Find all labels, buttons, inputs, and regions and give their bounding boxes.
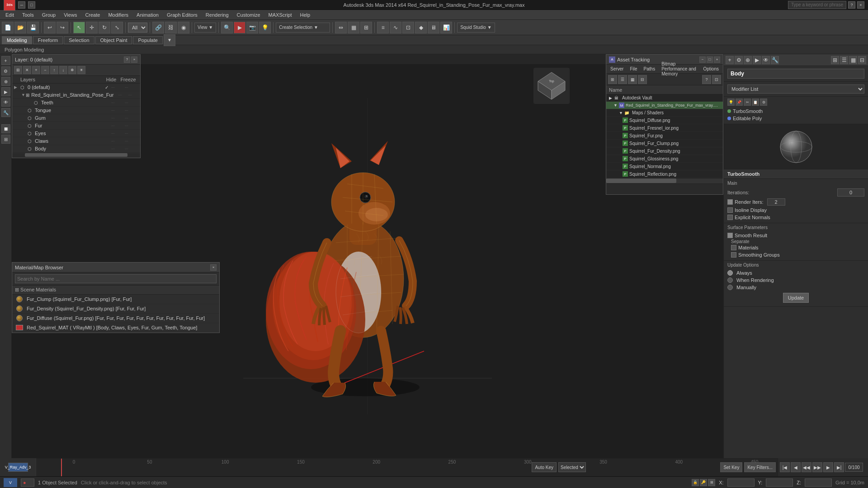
rp-modify-icon[interactable]: ⚙ [735, 56, 743, 64]
asset-tb-btn-2[interactable]: ☰ [618, 75, 627, 84]
coord-lock-1[interactable]: 🔒 [692, 479, 699, 486]
layers-close-btn[interactable]: × [131, 56, 137, 63]
new-button[interactable]: 📄 [2, 22, 14, 33]
array-btn[interactable]: ▦ [348, 22, 359, 33]
coord-lock-2[interactable]: 🔑 [700, 479, 707, 486]
render-frame-btn[interactable]: 📊 [440, 22, 452, 33]
bind-button[interactable]: ◉ [178, 22, 189, 33]
modifier-list-dropdown[interactable]: Modifier List [727, 84, 864, 94]
minimize-button[interactable]: ─ [18, 1, 25, 9]
modify-icon[interactable]: ⚙ [1, 66, 10, 75]
asset-normal-png[interactable]: P Squirrel_Normal.png [606, 163, 723, 170]
align-btn[interactable]: ⊞ [360, 22, 372, 33]
asset-restore-btn[interactable]: □ [707, 56, 713, 63]
unlink-button[interactable]: ⛓ [165, 22, 177, 33]
asset-reflection-png[interactable]: P Squirrel_Reflection.png [606, 170, 723, 178]
view-dropdown[interactable]: View ▼ [194, 23, 216, 33]
layers-add[interactable]: + [32, 66, 40, 74]
menu-graph-editors[interactable]: Graph Editors [163, 11, 201, 19]
layers-move-down[interactable]: ↓ [59, 66, 67, 74]
layer-eyes[interactable]: ⬡ Eyes ··· ··· [12, 130, 140, 137]
rp-hierarchy-icon[interactable]: ⊕ [744, 56, 752, 64]
squid-studio-dropdown[interactable]: Squid Studio ▼ [457, 23, 495, 33]
asset-fresnel-png[interactable]: P Squirrel_Fresnel_ior.png [606, 124, 723, 132]
material-fur-clump[interactable]: Fur_Clump (Squirrel_Fur_Clump.png) [Fur,… [12, 295, 219, 304]
mod-icon-c[interactable]: ✂ [744, 99, 751, 106]
asset-glossiness-png[interactable]: P Squirrel_Glossiness.png [606, 155, 723, 163]
undo-button[interactable]: ↩ [44, 22, 56, 33]
rp-motion-icon[interactable]: ▶ [753, 56, 761, 64]
tab-populate[interactable]: Populate [133, 36, 162, 44]
layer-0-default[interactable]: ▶ ⬡ 0 (default) ✓ ··· ··· [12, 84, 140, 91]
z-input[interactable] [805, 479, 832, 487]
menu-help[interactable]: Help [297, 11, 314, 19]
tab-modeling[interactable]: Modeling [2, 36, 32, 44]
render-iters-input[interactable] [767, 198, 785, 206]
prev-frame-btn[interactable]: ◀ [791, 462, 801, 472]
frame-counter[interactable]: 0/100 [845, 463, 863, 472]
modifier-turbosmooth[interactable]: TurboSmooth [727, 108, 864, 115]
layers-select-all[interactable]: ⊞ [14, 66, 22, 74]
asset-menu-options[interactable]: Options [701, 66, 721, 72]
mod-icon-e[interactable]: ⚙ [760, 99, 767, 106]
menu-tools[interactable]: Tools [19, 11, 38, 19]
render-iters-checkbox[interactable] [727, 199, 733, 205]
smoothing-groups-checkbox[interactable] [731, 252, 736, 258]
update-button[interactable]: Update [783, 293, 809, 303]
asset-close-btn[interactable]: × [714, 56, 720, 63]
menu-edit[interactable]: Edit [2, 11, 18, 19]
manually-radio[interactable] [727, 285, 733, 290]
timeline-playhead[interactable] [61, 459, 62, 476]
always-radio[interactable] [727, 270, 733, 276]
render-btn[interactable]: ▶ [234, 22, 245, 33]
menu-create[interactable]: Create [81, 11, 104, 19]
asset-diffuse-png[interactable]: P Squirrel_Diffuse.png [606, 117, 723, 124]
play-forward-btn[interactable]: ▶▶ [812, 462, 822, 472]
display-icon[interactable]: 👁 [1, 98, 10, 107]
asset-menu-bitmap[interactable]: Bitmap Performance and Memory [659, 61, 699, 77]
maximize-button[interactable]: □ [28, 1, 35, 9]
layers-help-btn[interactable]: ? [124, 56, 130, 63]
create-icon[interactable]: + [1, 56, 10, 65]
when-rendering-radio[interactable] [727, 277, 733, 283]
materials-checkbox[interactable] [731, 245, 736, 250]
layer-claws[interactable]: ⬡ Claws ··· ··· [12, 137, 140, 145]
rp-util-icon[interactable]: 🔧 [771, 56, 779, 64]
modifier-editable-poly[interactable]: Editable Poly [727, 115, 864, 122]
filter-dropdown[interactable]: All [128, 23, 147, 33]
y-input[interactable] [766, 479, 793, 487]
close-button[interactable]: × [857, 1, 864, 9]
auto-key-select[interactable]: Selected [558, 462, 586, 472]
menu-group[interactable]: Group [38, 11, 60, 19]
menu-views[interactable]: Views [60, 11, 80, 19]
menu-customize[interactable]: Customize [233, 11, 264, 19]
asset-minimize-btn[interactable]: − [699, 56, 706, 63]
layers-delete[interactable]: − [41, 66, 49, 74]
asset-fur-clump-png[interactable]: P Squirrel_Fur_Clump.png [606, 140, 723, 147]
menu-rendering[interactable]: Rendering [202, 11, 232, 19]
mirror-btn[interactable]: ⇔ [335, 22, 347, 33]
render-setup-btn[interactable]: 🖥 [428, 22, 439, 33]
layer-teeth[interactable]: ⬡ Teeth ··· ··· [12, 99, 140, 107]
material-fur-density[interactable]: Fur_Density (Squirrel_Fur_Density.png) [… [12, 304, 219, 314]
search-box[interactable]: Type a keyword or phrase [788, 1, 846, 9]
asset-menu-file[interactable]: File [627, 66, 639, 72]
tab-object-paint[interactable]: Object Paint [95, 36, 132, 44]
asset-tb-btn-1[interactable]: ⊞ [608, 75, 617, 84]
layers-move-up[interactable]: ↑ [50, 66, 58, 74]
material-redsquirrel-mat[interactable]: Red_Squirrel_MAT ( VRayMtl ) [Body, Claw… [12, 323, 219, 333]
tab-selection[interactable]: Selection [64, 36, 94, 44]
isoline-checkbox[interactable] [727, 207, 733, 213]
material-search-input[interactable] [15, 274, 217, 283]
asset-maps-folder[interactable]: ▼ 📁 Maps / Shaders [606, 109, 723, 117]
asset-fur-png[interactable]: P Squirrel_Fur.png [606, 132, 723, 140]
layers-scrollbar[interactable] [12, 153, 140, 158]
layers-unfreeze[interactable]: ☀ [77, 66, 85, 74]
smooth-result-checkbox[interactable] [727, 233, 733, 238]
rp-display-icon[interactable]: 👁 [762, 56, 770, 64]
mod-icon-d[interactable]: 📋 [752, 99, 759, 106]
menu-animation[interactable]: Animation [133, 11, 162, 19]
save-button[interactable]: 💾 [27, 22, 39, 33]
iterations-input[interactable] [837, 188, 864, 197]
rp-icon-c[interactable]: ▦ [849, 56, 857, 64]
